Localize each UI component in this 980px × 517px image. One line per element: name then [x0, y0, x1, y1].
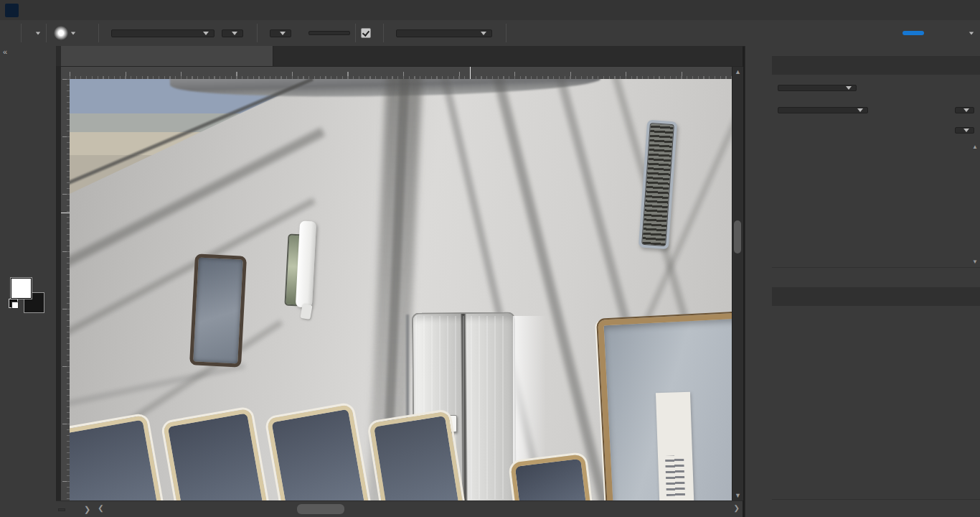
flow-field[interactable]: [270, 29, 291, 37]
canvas-region: ▲ ▼ ❯ ❮ ❯: [56, 66, 743, 517]
photo-window-paper: [656, 392, 694, 500]
chevron-down-icon: [963, 129, 969, 132]
photo-lamp-foot: [300, 304, 312, 320]
scroll-right-icon[interactable]: ❯: [734, 504, 740, 512]
chevron-down-icon: [857, 108, 863, 112]
chevron-down-icon[interactable]: [36, 32, 40, 34]
aligned-checkbox[interactable]: [361, 28, 371, 38]
chevron-down-icon: [481, 32, 486, 35]
photo-window-large: [598, 312, 732, 500]
chevron-down-icon: [203, 32, 209, 35]
brush-preset-picker[interactable]: [52, 26, 70, 40]
photo-window-bottom: [70, 415, 164, 500]
layer-opacity-field[interactable]: [955, 107, 974, 113]
photo-window-partial: [510, 454, 593, 500]
vertical-scroll-thumb[interactable]: [734, 220, 741, 253]
minimize-button[interactable]: [881, 0, 914, 20]
photo-lamp-body: [296, 220, 316, 307]
blend-mode-row: [772, 101, 980, 120]
ruler-cursor-marker: [61, 213, 70, 213]
paths-panel-tabs: [772, 287, 980, 306]
photo-window-bottom: [267, 404, 371, 500]
opacity-field[interactable]: [222, 29, 243, 37]
document-tab[interactable]: [61, 46, 273, 66]
status-bar: ❯ ❮ ❯: [56, 500, 743, 517]
scroll-down-icon[interactable]: ▼: [732, 492, 743, 499]
window-controls: [881, 0, 980, 20]
scroll-down-icon[interactable]: ▼: [972, 258, 978, 265]
sample-select[interactable]: [396, 29, 492, 37]
tools-panel: «: [0, 46, 57, 517]
title-bar: [0, 0, 980, 21]
canvas-viewport[interactable]: [70, 79, 732, 500]
scroll-up-icon[interactable]: ▲: [732, 68, 743, 75]
layers-panel-tabs: [772, 56, 980, 75]
brush-preview-icon: [54, 26, 68, 40]
photoshop-logo-icon: [5, 4, 19, 17]
photoshop-window: «: [0, 0, 980, 517]
document-area: ▲ ▼ ❯ ❮ ❯: [56, 46, 743, 517]
status-popup-icon[interactable]: ❯: [84, 505, 90, 514]
photo-window-small: [189, 253, 247, 368]
panel-column: ▲ ▼: [772, 46, 980, 517]
chevron-down-icon: [280, 32, 286, 35]
canvas-photo: [70, 79, 732, 500]
chevron-down-icon: [232, 32, 237, 35]
collapse-toolbar-icon[interactable]: «: [3, 47, 6, 56]
restore-button[interactable]: [914, 0, 947, 20]
document-tab-bar: [56, 46, 743, 66]
scroll-left-icon[interactable]: ❮: [98, 504, 103, 512]
horizontal-scrollbar[interactable]: ❮ ❯: [96, 501, 743, 517]
share-button[interactable]: [903, 31, 924, 35]
chevron-down-icon[interactable]: [969, 32, 974, 34]
chevron-down-icon: [846, 86, 852, 90]
scroll-up-icon[interactable]: ▲: [972, 144, 978, 150]
ruler-cursor-marker: [470, 67, 471, 79]
photo-vent: [639, 120, 677, 249]
horizontal-ruler[interactable]: [70, 67, 732, 80]
photo-window-bottom: [163, 408, 269, 500]
chevron-down-icon[interactable]: [71, 32, 75, 34]
vertical-scrollbar[interactable]: ▲ ▼: [732, 67, 743, 500]
tool-options-bar: [0, 20, 980, 47]
layer-blend-mode-select[interactable]: [778, 107, 868, 113]
panel-dock: [745, 46, 773, 517]
chevron-down-icon: [963, 108, 969, 112]
layers-filter-row: [772, 76, 980, 99]
close-button[interactable]: [947, 0, 980, 20]
photo-window-bottom: [369, 411, 464, 500]
default-colors-icon[interactable]: [9, 299, 18, 308]
zoom-level-field[interactable]: [58, 508, 65, 511]
brush-angle-field[interactable]: [308, 31, 350, 35]
layers-panel-footer: [772, 267, 980, 284]
layer-fill-field[interactable]: [955, 127, 974, 134]
lock-row: [772, 121, 980, 140]
layer-filter-select[interactable]: [778, 85, 857, 91]
blend-mode-select[interactable]: [111, 29, 215, 37]
foreground-color-swatch[interactable]: [11, 278, 32, 299]
horizontal-scroll-thumb[interactable]: [297, 504, 344, 514]
paths-panel-footer: [772, 499, 980, 516]
